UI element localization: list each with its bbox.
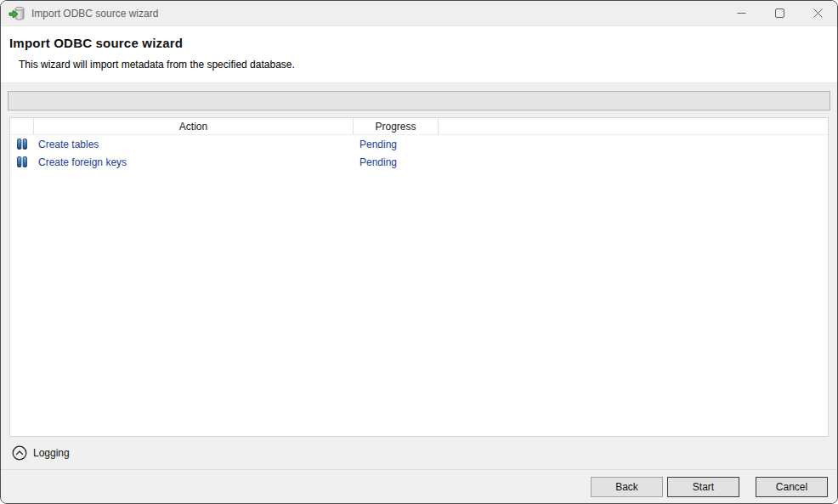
page-title: Import ODBC source wizard xyxy=(9,36,829,50)
database-import-icon xyxy=(8,6,25,20)
table-row-create-foreign-keys[interactable]: Create foreign keys Pending xyxy=(10,153,828,171)
back-button[interactable]: Back xyxy=(591,477,663,497)
logging-toggle[interactable]: Logging xyxy=(12,445,70,461)
column-header-status[interactable] xyxy=(10,118,34,135)
overall-progress-bar xyxy=(8,91,830,110)
footer-button-bar: Back Start Cancel xyxy=(1,469,837,503)
window-title: Import ODBC source wizard xyxy=(31,8,722,20)
row-action-label: Create tables xyxy=(34,135,354,153)
row-progress-label: Pending xyxy=(354,153,439,171)
start-button[interactable]: Start xyxy=(667,477,739,497)
wizard-header: Import ODBC source wizard This wizard wi… xyxy=(1,26,837,83)
close-icon xyxy=(813,8,823,18)
minimize-button[interactable] xyxy=(722,1,761,25)
maximize-button[interactable] xyxy=(761,1,799,25)
cancel-button[interactable]: Cancel xyxy=(756,477,828,497)
column-header-progress[interactable]: Progress xyxy=(354,118,439,135)
row-action-label: Create foreign keys xyxy=(34,153,354,171)
column-header-action[interactable]: Action xyxy=(34,118,354,135)
table-row-create-tables[interactable]: Create tables Pending xyxy=(10,135,828,153)
pause-icon xyxy=(17,156,27,167)
maximize-icon xyxy=(775,8,784,18)
titlebar[interactable]: Import ODBC source wizard xyxy=(1,1,837,26)
pause-icon xyxy=(17,139,27,150)
task-table: Action Progress Create tables Pending xyxy=(9,117,829,437)
logging-bar: Logging xyxy=(1,437,837,469)
chevron-up-circle-icon xyxy=(12,445,27,461)
logging-label: Logging xyxy=(33,447,70,459)
row-progress-label: Pending xyxy=(354,135,439,153)
table-header-row: Action Progress xyxy=(10,118,828,135)
close-button[interactable] xyxy=(799,1,837,25)
minimize-icon xyxy=(737,8,746,18)
column-header-spacer xyxy=(439,118,828,135)
import-odbc-wizard-window: Import ODBC source wizard Import ODB xyxy=(0,0,838,504)
page-subtitle: This wizard will import metadata from th… xyxy=(19,59,829,71)
